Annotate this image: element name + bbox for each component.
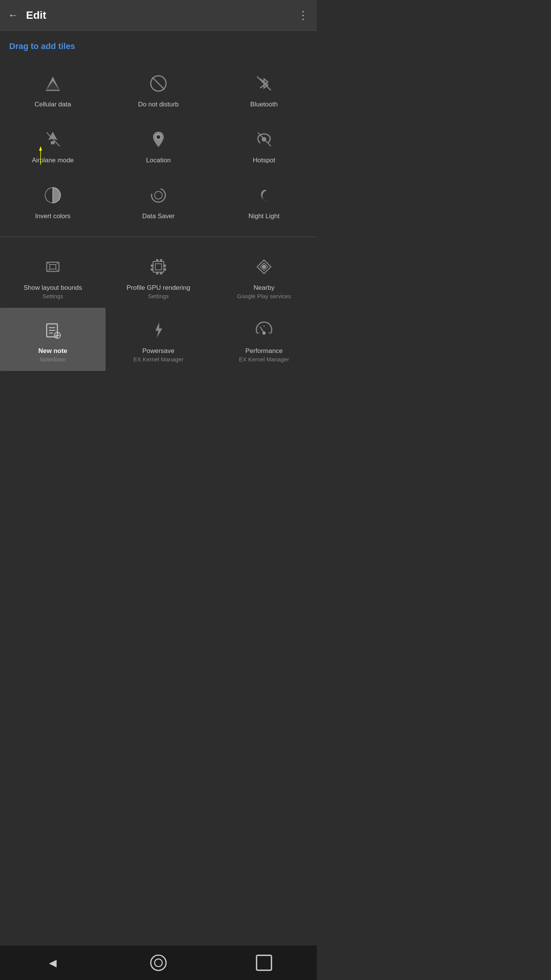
more-options-button[interactable]: ⋮ <box>298 9 309 21</box>
svg-rect-26 <box>160 259 162 261</box>
night-light-icon <box>253 184 276 207</box>
location-label: Location <box>146 156 171 165</box>
svg-rect-14 <box>50 265 56 269</box>
airplane-icon <box>41 128 64 151</box>
tile-show-layout-bounds[interactable]: Show layout bounds Settings <box>0 245 106 308</box>
bluetooth-icon <box>253 72 276 95</box>
svg-rect-25 <box>156 259 158 261</box>
new-note-sublabel: Notedown <box>40 356 66 363</box>
tile-bluetooth[interactable]: Bluetooth <box>211 61 317 117</box>
tile-night-light[interactable]: Night Light <box>211 173 317 229</box>
drag-to-add-label: Drag to add tiles <box>0 31 317 57</box>
powersave-icon <box>147 318 170 341</box>
powersave-sublabel: EX Kernel Manager <box>134 356 184 363</box>
tiles-grid-bottom: Show layout bounds Settings Profile GPU … <box>0 241 317 375</box>
profile-gpu-rendering-label: Profile GPU rendering <box>127 284 190 292</box>
tile-powersave[interactable]: Powersave EX Kernel Manager <box>106 308 211 371</box>
invert-colors-label: Invert colors <box>35 212 71 220</box>
tile-nearby-google-play[interactable]: Nearby Google Play services <box>211 245 317 308</box>
bluetooth-label: Bluetooth <box>250 100 278 109</box>
section-divider <box>0 237 317 237</box>
nearby-sublabel: Google Play services <box>237 293 291 299</box>
svg-rect-24 <box>164 268 166 271</box>
airplane-mode-label: Airplane mode <box>32 156 74 165</box>
new-note-icon <box>41 318 64 341</box>
tile-location[interactable]: Location <box>106 117 211 173</box>
svg-point-29 <box>262 265 266 268</box>
tile-hotspot[interactable]: Hotspot <box>211 117 317 173</box>
show-layout-bounds-sublabel: Settings <box>42 293 63 299</box>
tile-invert-colors[interactable]: Invert colors <box>0 173 106 229</box>
hotspot-label: Hotspot <box>253 156 276 165</box>
cellular-data-label: Cellular data <box>34 100 71 109</box>
tile-airplane-mode[interactable]: Airplane mode <box>0 117 106 173</box>
tile-performance[interactable]: Performance EX Kernel Manager <box>211 308 317 371</box>
do-not-disturb-label: Do not disturb <box>138 100 179 109</box>
tile-new-note-notedown[interactable]: New note Notedown <box>0 308 106 371</box>
tile-profile-gpu-rendering[interactable]: Profile GPU rendering Settings <box>106 245 211 308</box>
app-header: ← Edit ⋮ <box>0 0 317 31</box>
back-button[interactable]: ← <box>8 9 18 21</box>
tile-do-not-disturb[interactable]: Do not disturb <box>106 61 211 117</box>
svg-line-4 <box>152 77 165 90</box>
svg-marker-1 <box>46 81 60 90</box>
svg-rect-23 <box>164 265 166 267</box>
page-title: Edit <box>26 9 298 21</box>
svg-rect-22 <box>151 268 153 271</box>
dnd-icon <box>147 72 170 95</box>
svg-point-12 <box>155 191 162 199</box>
powersave-label: Powersave <box>142 347 174 355</box>
performance-sublabel: EX Kernel Manager <box>239 356 289 363</box>
svg-rect-21 <box>151 265 153 267</box>
svg-point-11 <box>152 188 165 202</box>
layout-bounds-icon <box>41 255 64 278</box>
tile-data-saver[interactable]: Data Saver <box>106 173 211 229</box>
show-layout-bounds-label: Show layout bounds <box>23 284 82 292</box>
night-light-label: Night Light <box>248 212 279 220</box>
svg-point-7 <box>156 135 161 139</box>
location-icon <box>147 128 170 151</box>
data-saver-icon <box>147 184 170 207</box>
profile-gpu-rendering-sublabel: Settings <box>148 293 169 299</box>
tiles-grid-top: Cellular data Do not disturb Bluetooth <box>0 57 317 233</box>
svg-point-38 <box>263 332 265 334</box>
svg-rect-19 <box>153 261 164 272</box>
svg-rect-20 <box>155 264 161 270</box>
svg-rect-28 <box>160 272 162 274</box>
cellular-icon <box>41 72 64 95</box>
hotspot-icon <box>253 128 276 151</box>
svg-rect-27 <box>156 272 158 274</box>
invert-colors-icon <box>41 184 64 207</box>
nearby-icon <box>253 255 276 278</box>
new-note-label: New note <box>38 347 67 355</box>
nearby-label: Nearby <box>254 284 275 292</box>
gpu-icon <box>147 255 170 278</box>
tile-cellular-data[interactable]: Cellular data <box>0 61 106 117</box>
data-saver-label: Data Saver <box>142 212 174 220</box>
performance-icon <box>253 318 276 341</box>
performance-label: Performance <box>245 347 282 355</box>
